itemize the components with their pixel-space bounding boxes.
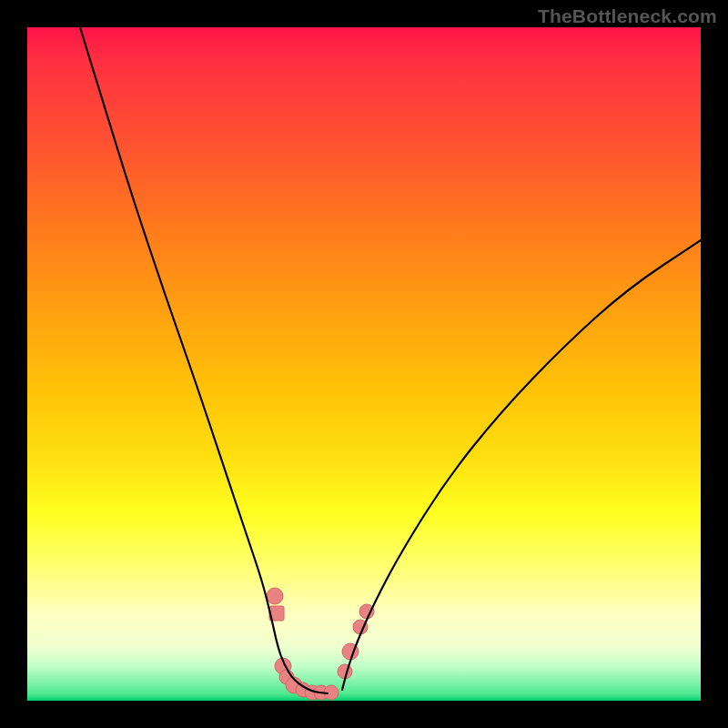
plot-area: [27, 27, 701, 701]
right-curve: [342, 240, 701, 690]
data-marker: [359, 604, 374, 619]
curve-layer: [27, 27, 701, 701]
left-curve: [80, 27, 328, 693]
chart-frame: TheBottleneck.com: [0, 0, 728, 728]
marker-group: [267, 588, 374, 700]
watermark-text: TheBottleneck.com: [538, 5, 717, 27]
data-marker: [267, 588, 283, 604]
